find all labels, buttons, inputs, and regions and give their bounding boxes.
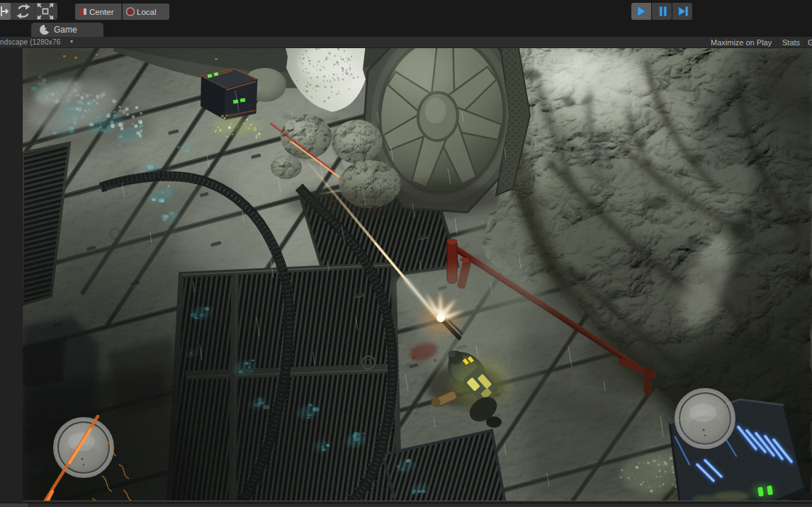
- svg-text:Center: Center: [89, 8, 114, 16]
- svg-text:Local: Local: [137, 8, 157, 16]
